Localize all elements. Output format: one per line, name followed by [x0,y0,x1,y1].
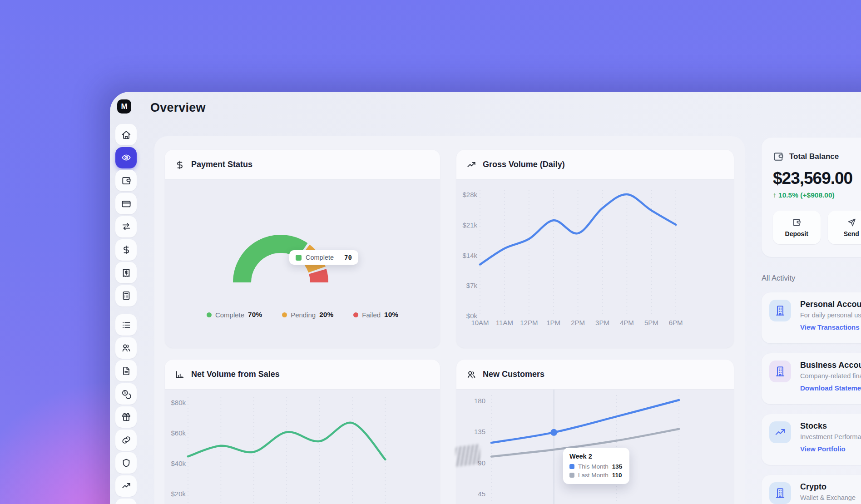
activity-subtitle: Company-related finances [800,371,861,380]
legend-value: 20% [319,311,333,319]
trend-up-icon [769,421,791,443]
view-transactions-link[interactable]: View Transactions [800,323,861,332]
sidebar-item-coins[interactable] [115,383,137,405]
legend-value: 70% [248,311,262,319]
shield-icon [121,458,131,468]
tooltip-label: Last Month [578,472,609,479]
x-tick-label: 12PM [520,319,538,326]
activity-title: Crypto [800,482,856,492]
gross-volume-plot: $28k$21k$14k$7k$0k10AM11AM12PM1PM2PM3PM4… [456,180,734,348]
card-header: Net Volume from Sales [165,360,440,390]
tooltip-value: 110 [612,472,622,479]
card-header: Gross Volume (Daily) [456,150,734,180]
card-title: Gross Volume (Daily) [483,160,565,169]
receipt-icon [121,268,131,278]
x-tick-label: 4PM [620,319,634,326]
bar-chart-icon [175,370,185,380]
x-tick-label: 3PM [595,319,609,326]
x-tick-label: 6PM [669,319,683,326]
payment-legend: Complete 70% Pending 20% Failed 10% [165,311,440,319]
total-balance-amount: $23,569.00 [773,169,861,188]
activity-body: Stocks Investment Performance View Portf… [800,421,861,454]
new-customers-plot: 1801359045 [456,390,734,504]
sidebar-item-gift[interactable] [115,406,137,428]
sidebar-item-wallet[interactable] [115,170,137,191]
legend-label: Complete [215,311,244,319]
activity-subtitle: Investment Performance [800,432,861,441]
all-activity-label: All Activity [762,274,861,282]
list-icon [121,320,131,330]
users-icon [466,370,476,380]
sidebar-item-monitor[interactable] [115,499,137,504]
deposit-button[interactable]: Deposit [773,211,821,244]
tooltip-value: 70 [344,254,352,261]
gift-icon [121,412,131,422]
activity-business-account[interactable]: Business Account Company-related finance… [762,353,861,404]
sidebar-item-shield[interactable] [115,452,137,474]
activity-title: Personal Account [800,299,861,309]
legend-value: 10% [384,311,398,319]
tooltip-swatch [296,255,302,261]
coins-icon [121,389,131,399]
activity-body: Crypto Wallet & Exchange [800,482,856,504]
send-button-label: Send [844,230,859,237]
legend-dot [282,312,287,317]
sidebar-item-trend[interactable] [115,475,137,497]
link-icon [121,435,131,445]
y-tick-label: $60k [165,429,186,437]
activity-title: Stocks [800,421,861,431]
sidebar-item-dollar[interactable] [115,239,137,261]
y-tick-label: 135 [456,428,485,435]
app-logo[interactable]: M [117,99,131,114]
download-statement-link[interactable]: Download Statement [800,384,861,393]
activity-body: Business Account Company-related finance… [800,360,861,393]
users-icon [121,343,131,353]
sidebar-item-users[interactable] [115,337,137,359]
sidebar-item-receipt[interactable] [115,262,137,283]
sidebar-item-list[interactable] [115,314,137,336]
x-tick-label: 1PM [546,319,560,326]
dollar-icon [175,160,185,170]
send-button[interactable]: Send [828,211,861,244]
payment-status-card: Payment Status Complete 70 Complete 70% … [165,150,440,348]
legend-item-pending: Pending 20% [282,311,333,319]
sidebar-item-eye[interactable] [115,147,137,168]
sidebar-item-home[interactable] [115,124,137,145]
legend-label: Failed [362,311,381,319]
y-tick-label: $80k [165,399,186,406]
sidebar-item-document[interactable] [115,360,137,381]
eye-icon [121,153,131,163]
week-tooltip: Week 2 This Month 135 Last Month 110 [563,448,629,484]
send-icon [847,218,856,227]
trend-icon [121,481,131,491]
activity-stocks[interactable]: Stocks Investment Performance View Portf… [762,414,861,465]
wallet-icon [121,176,131,186]
balance-actions: Deposit Send [773,211,861,244]
building-icon [769,361,791,382]
sidebar-item-card[interactable] [115,193,137,214]
y-tick-label: 180 [456,397,485,405]
activity-crypto[interactable]: Crypto Wallet & Exchange [762,475,861,504]
activity-title: Business Account [800,360,861,370]
sidebar-item-transfer[interactable] [115,216,137,237]
gross-volume-card: Gross Volume (Daily) $28k$21k$14k$7k$0k1… [456,150,734,348]
x-tick-label: 11AM [496,319,513,326]
y-tick-label: $21k [456,221,477,229]
card-header: Payment Status [165,150,440,180]
sidebar-item-link[interactable] [115,430,137,451]
wallet-icon [773,151,784,162]
wallet-icon [792,218,801,227]
sidebar-item-calculator[interactable] [115,285,137,306]
calculator-icon [121,291,131,301]
view-portfolio-link[interactable]: View Portfolio [800,445,861,454]
document-icon [121,366,131,376]
card-icon [121,199,131,209]
new_customers-svg [456,390,734,504]
tooltip-label: Complete [306,254,334,261]
activity-personal-account[interactable]: Personal Account For daily personal use … [762,292,861,343]
card-title: Payment Status [191,160,252,169]
y-tick-label: $14k [456,252,477,259]
tooltip-row-last-month: Last Month 110 [569,472,623,479]
blur-artifact [455,444,480,467]
total-balance-header: Total Balance [773,151,861,162]
